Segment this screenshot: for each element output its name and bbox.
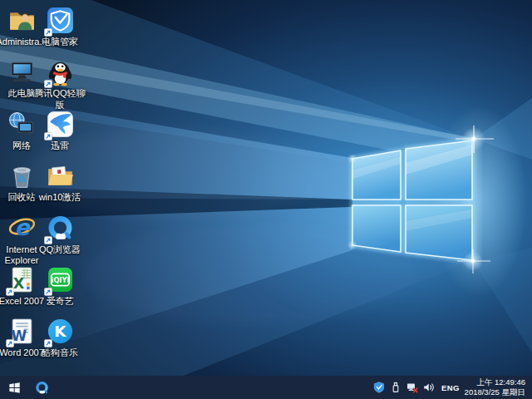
desktop-icon-internet-explorer[interactable]: Internet Explorer [3, 213, 40, 264]
shortcut-arrow-icon [44, 80, 52, 88]
desktop-icon-label: 酷狗音乐 [31, 347, 89, 359]
desktop-icon-network[interactable]: 网络 [3, 109, 40, 160]
folder-doc-icon [45, 160, 76, 191]
qq-icon [45, 57, 76, 87]
desktop-icon-label: 爱奇艺 [31, 296, 89, 308]
taskbar-apps [28, 376, 55, 399]
language-indicator[interactable]: ENG [441, 383, 460, 392]
qq-browser-icon [34, 380, 50, 396]
desktop-icon-column-1: Administra...此电脑网络回收站Internet ExplorerEx… [3, 5, 40, 368]
iqiyi-icon [45, 264, 76, 295]
desktop-icon-thunder[interactable]: 迅雷 [42, 109, 78, 160]
desktop-icon-label: win10激活 [31, 192, 89, 204]
recycle-bin-icon [7, 160, 37, 191]
clock-date: 2018/3/25 星期日 [465, 387, 525, 397]
shortcut-arrow-icon [44, 339, 52, 347]
desktop-icon-label: 迅雷 [31, 140, 89, 152]
shortcut-arrow-icon [6, 339, 14, 347]
start-button[interactable] [0, 376, 28, 399]
desktop-icon-grid: Administra...此电脑网络回收站Internet ExplorerEx… [3, 5, 78, 368]
kugou-icon [45, 316, 76, 347]
desktop-icon-pc-manager[interactable]: 电脑管家 [42, 5, 78, 57]
taskbar-app-qq-browser[interactable] [28, 376, 55, 399]
tray-network-disconnected-icon[interactable] [406, 382, 419, 394]
pc-manager-icon [45, 5, 76, 36]
shortcut-arrow-icon [44, 28, 52, 37]
excel-icon [7, 264, 37, 295]
desktop-icon-excel-2007[interactable]: Excel 2007 [3, 264, 40, 316]
clock[interactable]: 上午 12:49:46 2018/3/25 星期日 [465, 377, 525, 397]
tray-pc-manager-icon[interactable] [373, 382, 386, 394]
desktop-icon-word-2007[interactable]: Word 2007 [3, 316, 40, 367]
clock-time: 上午 12:49:46 [465, 377, 525, 387]
user-folder-icon [7, 5, 37, 36]
shortcut-arrow-icon [44, 288, 52, 296]
word-icon [7, 316, 37, 347]
desktop-icon-win10-activation[interactable]: win10激活 [42, 160, 78, 212]
shortcut-arrow-icon [44, 236, 52, 244]
tray-usb-device-icon[interactable] [390, 382, 402, 394]
network-icon [7, 109, 37, 140]
taskbar: ENG 上午 12:49:46 2018/3/25 星期日 [0, 376, 532, 399]
this-pc-icon [7, 57, 37, 87]
desktop-icon-qq-light[interactable]: 腾讯QQ轻聊版 [42, 57, 78, 108]
desktop-icon-administrator[interactable]: Administra... [3, 5, 40, 57]
tray-icons [371, 382, 437, 394]
desktop-icon-column-2: 电脑管家腾讯QQ轻聊版迅雷win10激活QQ浏览器爱奇艺酷狗音乐 [42, 5, 78, 368]
desktop-icon-recycle-bin[interactable]: 回收站 [3, 160, 40, 212]
tray-volume-icon[interactable] [423, 382, 436, 394]
system-tray: ENG 上午 12:49:46 2018/3/25 星期日 [371, 376, 532, 399]
desktop-icon-iqiyi[interactable]: 爱奇艺 [42, 264, 78, 316]
ie-icon [7, 213, 37, 244]
desktop-icon-label: 电脑管家 [31, 37, 89, 48]
shortcut-arrow-icon [44, 132, 52, 140]
desktop: Administra...此电脑网络回收站Internet ExplorerEx… [0, 0, 532, 399]
thunder-icon [45, 109, 76, 140]
desktop-icon-label: 腾讯QQ轻聊版 [31, 88, 89, 111]
desktop-icon-label: QQ浏览器 [31, 244, 89, 256]
windows-logo-icon [8, 382, 21, 394]
desktop-icon-qq-browser[interactable]: QQ浏览器 [42, 213, 78, 264]
shortcut-arrow-icon [6, 288, 14, 296]
desktop-icon-kugou-music[interactable]: 酷狗音乐 [42, 316, 78, 367]
qq-browser-icon [45, 213, 76, 244]
